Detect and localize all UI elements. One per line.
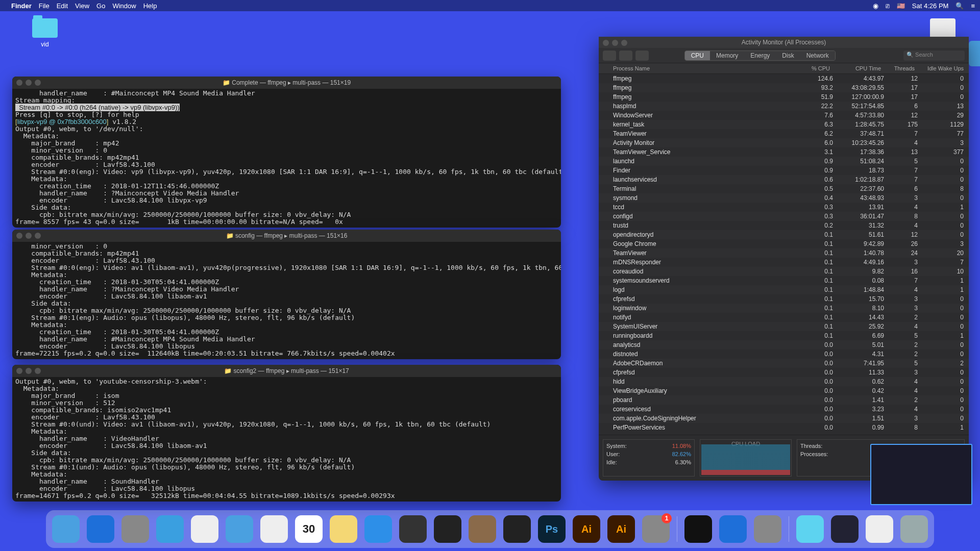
table-row[interactable]: notifyd0.114.4320 xyxy=(599,313,969,322)
control-center-icon[interactable]: ≡ xyxy=(971,2,975,10)
tab-cpu[interactable]: CPU xyxy=(685,51,710,60)
stop-process-button[interactable] xyxy=(603,51,616,61)
search-input[interactable]: 🔍 Search xyxy=(903,51,965,61)
table-header[interactable]: Process Name % CPU CPU Time Threads Idle… xyxy=(599,63,969,74)
info-button[interactable] xyxy=(619,51,632,61)
table-row[interactable]: kernel_task6.31:28:45.751751129 xyxy=(599,120,969,129)
menu-go[interactable]: Go xyxy=(96,2,105,10)
table-row[interactable]: cfprefsd0.011.3330 xyxy=(599,368,969,377)
col-idle-wake-ups[interactable]: Idle Wake Ups xyxy=(918,63,969,73)
app-name[interactable]: Finder xyxy=(11,2,32,10)
tab-disk[interactable]: Disk xyxy=(776,51,800,60)
tab-network[interactable]: Network xyxy=(800,51,835,60)
table-row[interactable]: distnoted0.04.3120 xyxy=(599,349,969,359)
table-row[interactable]: runningboardd0.16.6951 xyxy=(599,331,969,340)
table-row[interactable]: hasplmd22.252:17:54.85613 xyxy=(599,102,969,111)
terminal-output[interactable]: minor_version : 0 compatible_brands: mp4… xyxy=(12,242,561,359)
menu-help[interactable]: Help xyxy=(143,2,157,10)
table-row[interactable]: launchd0.951:08.2450 xyxy=(599,157,969,166)
process-table[interactable]: ffmpeg124.64:43.97120ffmpeg93.243:08:29.… xyxy=(599,74,969,435)
desktop-folder-vid[interactable]: vid xyxy=(24,18,65,48)
menu-view[interactable]: View xyxy=(75,2,89,10)
dock-photos-icon[interactable] xyxy=(260,515,288,543)
table-row[interactable]: launchservicesd0.61:02:18.8770 xyxy=(599,175,969,184)
table-row[interactable]: com.apple.CodeSigningHelper0.01.5130 xyxy=(599,414,969,423)
airplay-icon[interactable]: ⎚ xyxy=(886,2,890,10)
table-row[interactable]: tccd0.313.9141 xyxy=(599,203,969,212)
table-row[interactable]: ffmpeg51.9127:00:00.9170 xyxy=(599,92,969,102)
tab-energy[interactable]: Energy xyxy=(744,51,776,60)
table-row[interactable]: AdobeCRDaemon0.07:41.9552 xyxy=(599,359,969,368)
dock-appstore-icon[interactable] xyxy=(364,515,392,543)
table-row[interactable]: TeamViewer0.11:40.782420 xyxy=(599,248,969,258)
dock-desktop-icon[interactable] xyxy=(831,515,859,543)
dock-launchpad-icon[interactable] xyxy=(121,515,149,543)
col-threads[interactable]: Threads xyxy=(884,63,918,73)
table-row[interactable]: systemsoundserverd0.10.0871 xyxy=(599,276,969,285)
terminal-output[interactable]: handler_name : #Mainconcept MP4 Sound Me… xyxy=(12,89,561,228)
dock-calendar-icon[interactable]: 30 xyxy=(295,515,323,543)
table-row[interactable]: pboard0.01.4120 xyxy=(599,395,969,405)
table-row[interactable]: TeamViewer6.237:48.71777 xyxy=(599,129,969,138)
menu-file[interactable]: File xyxy=(39,2,50,10)
dock-notes-icon[interactable] xyxy=(330,515,357,543)
table-row[interactable]: WindowServer7.64:57:33.801229 xyxy=(599,111,969,120)
teamviewer-side-widget[interactable] xyxy=(969,41,980,66)
window-traffic-lights[interactable] xyxy=(16,368,41,374)
terminal-window-1[interactable]: 📁 Complete — ffmpeg ▸ multi-pass — 151×1… xyxy=(12,77,561,228)
col-process-name[interactable]: Process Name xyxy=(599,63,797,73)
table-row[interactable]: Google Chrome0.19:42.89263 xyxy=(599,239,969,248)
table-row[interactable]: PerfPowerServices0.00.9981 xyxy=(599,423,969,432)
table-row[interactable]: configd0.336:01.4780 xyxy=(599,212,969,221)
table-row[interactable]: ffmpeg93.243:08:29.55170 xyxy=(599,83,969,92)
terminal-window-3[interactable]: 📁 sconfig2 — ffmpeg ▸ multi-pass — 151×1… xyxy=(12,365,561,502)
table-row[interactable]: Terminal0.522:37.6068 xyxy=(599,184,969,193)
dock-preferences-icon[interactable]: 1 xyxy=(642,515,670,543)
terminal-output[interactable]: Output #0, webm, to 'youtube-censorship-… xyxy=(12,377,561,502)
dock-obs-icon[interactable] xyxy=(434,515,461,543)
dock-teamviewer-icon[interactable] xyxy=(87,515,114,543)
table-row[interactable]: coreservicesd0.03.2340 xyxy=(599,405,969,414)
dock-terminal-icon[interactable] xyxy=(684,515,712,543)
dock-teamviewer-doc-icon[interactable] xyxy=(866,515,893,543)
table-row[interactable]: hidd0.00.6240 xyxy=(599,377,969,386)
table-row[interactable]: ffmpeg124.64:43.97120 xyxy=(599,74,969,83)
table-row[interactable]: coreaudiod0.19.821610 xyxy=(599,267,969,276)
dock-photoshop-icon[interactable]: Ps xyxy=(538,515,566,543)
activity-monitor-window[interactable]: Activity Monitor (All Processes) CPU Mem… xyxy=(599,37,969,481)
window-traffic-lights[interactable] xyxy=(603,40,627,46)
dock-mail-icon[interactable] xyxy=(226,515,253,543)
dock-illustrator2-icon[interactable]: Ai xyxy=(607,515,635,543)
window-traffic-lights[interactable] xyxy=(16,80,41,86)
menu-window[interactable]: Window xyxy=(112,2,136,10)
dock-trash-icon[interactable] xyxy=(900,515,928,543)
spotlight-icon[interactable]: 🔍 xyxy=(955,2,964,10)
table-row[interactable]: Finder0.918.7370 xyxy=(599,166,969,175)
table-row[interactable]: SystemUIServer0.125.9240 xyxy=(599,322,969,331)
desktop-drive-icon[interactable] xyxy=(930,18,955,39)
table-row[interactable]: opendirectoryd0.151.61120 xyxy=(599,230,969,239)
table-row[interactable]: loginwindow0.18.1030 xyxy=(599,304,969,313)
dock-gimp-icon[interactable] xyxy=(469,515,496,543)
table-row[interactable]: TeamViewer_Service3.117:38.3613377 xyxy=(599,147,969,157)
col-cpu[interactable]: % CPU xyxy=(797,63,833,73)
flag-icon[interactable]: 🇺🇸 xyxy=(897,2,905,10)
window-traffic-lights[interactable] xyxy=(16,233,41,239)
dock-chrome-icon[interactable] xyxy=(191,515,218,543)
menu-edit[interactable]: Edit xyxy=(57,2,68,10)
tab-memory[interactable]: Memory xyxy=(710,51,744,60)
table-row[interactable]: Activity Monitor6.010:23:45.2643 xyxy=(599,138,969,147)
dock-activity-monitor-icon[interactable] xyxy=(503,515,531,543)
table-row[interactable]: trustd0.231.3240 xyxy=(599,221,969,230)
dock-inkscape-icon[interactable] xyxy=(399,515,427,543)
teamviewer-status-icon[interactable]: ◉ xyxy=(873,2,878,10)
table-row[interactable]: logd0.11:48.8441 xyxy=(599,285,969,294)
terminal-window-2[interactable]: 📁 sconfig — ffmpeg ▸ multi-pass — 151×16… xyxy=(12,230,561,359)
dock-finder-icon[interactable] xyxy=(52,515,80,543)
table-row[interactable]: cfprefsd0.115.7030 xyxy=(599,294,969,304)
dock-folder-icon[interactable] xyxy=(796,515,824,543)
menubar-clock[interactable]: Sat 4:26 PM xyxy=(912,2,949,10)
dock-teamviewer2-icon[interactable] xyxy=(719,515,747,543)
dock-illustrator-icon[interactable]: Ai xyxy=(573,515,600,543)
table-row[interactable]: mDNSResponder0.14:49.1637 xyxy=(599,258,969,267)
